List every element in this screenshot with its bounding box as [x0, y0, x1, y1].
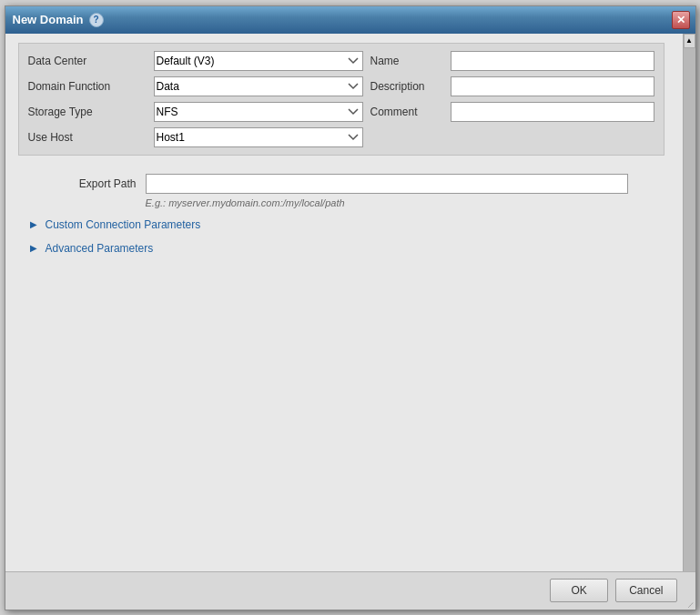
right-scrollbar: ▲ ▼	[683, 34, 695, 610]
advanced-parameters-section[interactable]: ▶ Advanced Parameters	[18, 237, 664, 260]
comment-label: Comment	[370, 106, 443, 118]
custom-connection-label: Custom Connection Parameters	[46, 218, 201, 231]
dialog-title: New Domain	[13, 13, 84, 26]
use-host-select[interactable]: Host1Host2Host3	[154, 127, 363, 147]
custom-connection-arrow: ▶	[27, 218, 40, 231]
ok-button[interactable]: OK	[550, 579, 608, 602]
help-icon[interactable]: ?	[89, 13, 104, 27]
export-path-hint: E.g.: myserver.mydomain.com:/my/local/pa…	[146, 197, 655, 208]
advanced-parameters-arrow: ▶	[27, 242, 40, 255]
storage-type-label: Storage Type	[28, 106, 147, 118]
description-input[interactable]	[451, 76, 654, 96]
export-path-row: Export Path	[27, 174, 655, 194]
description-label: Description	[370, 80, 443, 93]
scrollbar-track	[684, 48, 695, 595]
export-path-label: Export Path	[27, 177, 137, 190]
content-area: Data Center Default (V3)Default (V2)Defa…	[5, 34, 683, 269]
storage-type-select[interactable]: NFSiSCSIFCPOSIX compliant FS	[154, 102, 363, 122]
title-bar: New Domain ? ✕	[5, 6, 695, 34]
export-path-input[interactable]	[146, 174, 628, 194]
domain-function-label: Domain Function	[28, 80, 147, 93]
domain-function-select[interactable]: DataISOExport	[154, 76, 363, 96]
export-section: Export Path E.g.: myserver.mydomain.com:…	[18, 165, 664, 213]
new-domain-dialog: New Domain ? ✕ ▲ ▼ Data Center Default (…	[5, 5, 696, 610]
scroll-up-button[interactable]: ▲	[684, 34, 695, 48]
close-button[interactable]: ✕	[672, 11, 690, 29]
name-input[interactable]	[451, 51, 654, 71]
resize-handle[interactable]: ⟋	[685, 599, 695, 610]
dialog-title-group: New Domain ?	[13, 13, 104, 27]
form-grid: Data Center Default (V3)Default (V2)Defa…	[18, 43, 664, 156]
cancel-button[interactable]: Cancel	[615, 579, 676, 602]
use-host-label: Use Host	[28, 131, 147, 144]
comment-input[interactable]	[451, 102, 654, 122]
custom-connection-section[interactable]: ▶ Custom Connection Parameters	[18, 213, 664, 237]
data-center-select[interactable]: Default (V3)Default (V2)Default (V1)	[154, 51, 363, 71]
data-center-label: Data Center	[28, 55, 147, 67]
bottom-bar: OK Cancel	[5, 571, 695, 610]
advanced-parameters-label: Advanced Parameters	[46, 242, 154, 255]
name-label: Name	[370, 55, 443, 67]
